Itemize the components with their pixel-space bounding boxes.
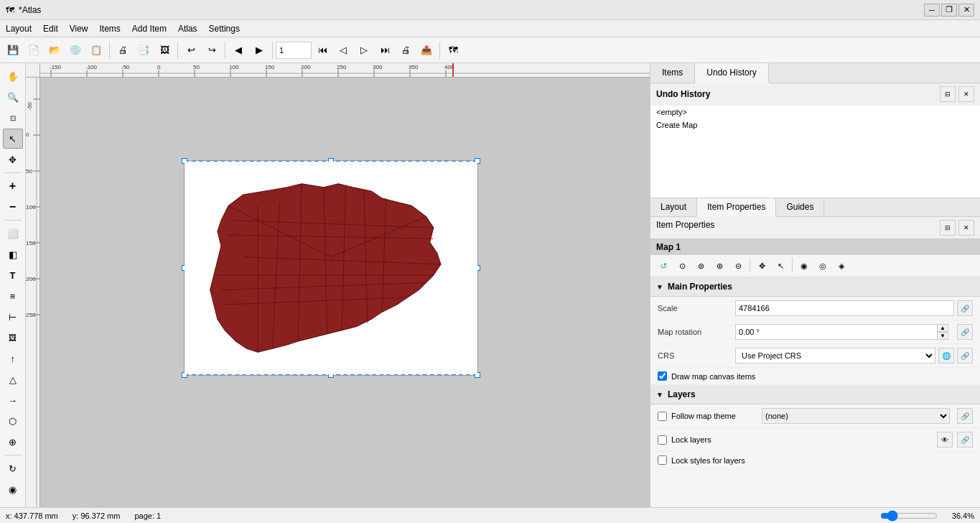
move-content-prop-button[interactable]: ✥ xyxy=(753,257,770,274)
next-page-button[interactable]: ▷ xyxy=(354,40,374,60)
print-button[interactable]: 🖨 xyxy=(113,40,133,60)
atlas-tool[interactable]: ◉ xyxy=(3,479,23,499)
undo-button[interactable]: ↩ xyxy=(181,40,201,60)
layers-header[interactable]: ▼ Layers xyxy=(650,385,980,404)
sync4-button[interactable]: ⊝ xyxy=(729,257,747,274)
add-label-tool[interactable]: T xyxy=(3,265,23,285)
zoom-out-tool[interactable]: − xyxy=(3,197,23,217)
add-north-tool[interactable]: ↑ xyxy=(3,348,23,369)
minimize-button[interactable]: ─ xyxy=(924,4,940,17)
scale-lock-button[interactable]: 🔗 xyxy=(957,300,973,316)
menu-atlas[interactable]: Atlas xyxy=(172,20,203,37)
page-input[interactable] xyxy=(276,42,312,59)
draw-canvas-row: Draw map canvas items xyxy=(650,368,980,385)
atlas2-button[interactable]: ◎ xyxy=(814,257,831,274)
last-page-button[interactable]: ⏭ xyxy=(375,40,395,60)
export2-button[interactable]: 📤 xyxy=(416,40,437,60)
menu-items[interactable]: Items xyxy=(94,20,126,37)
undo-close-button[interactable]: ✕ xyxy=(958,86,974,102)
save-as-button[interactable]: 💿 xyxy=(65,40,85,60)
select-prop-button[interactable]: ↖ xyxy=(772,257,789,274)
duplicate-button[interactable]: 📋 xyxy=(86,40,106,60)
new-layout-button[interactable]: 📄 xyxy=(24,40,44,60)
add-scalebar-tool[interactable]: ⊢ xyxy=(3,307,23,327)
select-tool[interactable]: ↖ xyxy=(3,129,23,149)
map-paper[interactable] xyxy=(184,160,478,376)
menu-layout[interactable]: Layout xyxy=(0,20,37,37)
save-button[interactable]: 💾 xyxy=(3,40,23,60)
item-props-controls: ⊟ ✕ xyxy=(940,220,974,236)
add-image-tool[interactable]: 🖼 xyxy=(3,328,23,348)
export-img-button[interactable]: 🖼 xyxy=(154,40,174,60)
follow-map-theme-checkbox[interactable] xyxy=(658,412,667,421)
atlas3-button[interactable]: ◈ xyxy=(833,257,850,274)
refresh-button[interactable]: ↺ xyxy=(655,257,672,274)
print2-button[interactable]: 🖨 xyxy=(396,40,416,60)
map-rotation-input[interactable] xyxy=(735,324,937,340)
lock-layers-checkbox[interactable] xyxy=(658,435,667,445)
layers-arrow: ▼ xyxy=(656,391,663,399)
restore-button[interactable]: ❐ xyxy=(941,4,957,17)
sync1-button[interactable]: ⊙ xyxy=(673,257,691,274)
lock-layers-lock[interactable]: 🔗 xyxy=(957,432,973,448)
zoom-slider[interactable] xyxy=(880,510,938,522)
sync3-button[interactable]: ⊛ xyxy=(711,257,728,274)
prev-page-button[interactable]: ◁ xyxy=(333,40,353,60)
tab-layout[interactable]: Layout xyxy=(650,198,697,216)
add-node-tool[interactable]: ⬡ xyxy=(3,411,23,431)
atlas1-button[interactable]: ◉ xyxy=(795,257,813,274)
follow-map-theme-lock[interactable]: 🔗 xyxy=(957,408,973,424)
scale-input[interactable] xyxy=(735,300,954,316)
undo-item-create-map[interactable]: Create Map xyxy=(650,119,980,131)
tab-undo-history[interactable]: Undo History xyxy=(695,63,768,83)
tab-items[interactable]: Items xyxy=(650,63,695,83)
pan-right-button[interactable]: ▶ xyxy=(249,40,269,60)
item-props-detach[interactable]: ⊟ xyxy=(940,220,956,236)
menu-edit[interactable]: Edit xyxy=(37,20,64,37)
atlas-button[interactable]: 🗺 xyxy=(443,40,463,60)
crs-update-button[interactable]: 🌐 xyxy=(938,348,954,364)
first-page-button[interactable]: ⏮ xyxy=(312,40,332,60)
tab-item-properties[interactable]: Item Properties xyxy=(697,198,776,217)
open-button[interactable]: 📂 xyxy=(45,40,65,60)
close-button[interactable]: ✕ xyxy=(958,4,974,17)
main-area: ✋ 🔍 ⊡ ↖ ✥ + − ⬜ ◧ T ≡ ⊢ 🖼 ↑ △ → ⬡ ⊕ ↻ ◉ xyxy=(0,63,980,507)
map-rotation-up[interactable]: ▲ xyxy=(937,324,948,332)
main-properties-header[interactable]: ▼ Main Properties xyxy=(650,277,980,297)
add-shape-tool[interactable]: △ xyxy=(3,369,23,389)
add-html-tool[interactable]: ⊕ xyxy=(3,432,23,452)
lock-styles-checkbox[interactable] xyxy=(658,455,667,465)
pan-left-button[interactable]: ◀ xyxy=(228,40,248,60)
menu-add-item[interactable]: Add Item xyxy=(126,20,172,37)
canvas-area[interactable]: -150 -100 -50 0 50 100 150 200 250 300 3… xyxy=(26,63,650,507)
menu-settings[interactable]: Settings xyxy=(203,20,246,37)
zoom-extent-tool[interactable]: ⊡ xyxy=(3,108,23,128)
move-content-tool[interactable]: ✥ xyxy=(3,149,23,170)
lock-layers-view[interactable]: 👁 xyxy=(937,432,953,448)
undo-detach-button[interactable]: ⊟ xyxy=(940,86,956,102)
map-rotation-lock[interactable]: 🔗 xyxy=(957,324,973,340)
draw-canvas-checkbox[interactable] xyxy=(658,371,667,381)
follow-map-theme-select[interactable]: (none) xyxy=(762,408,950,424)
add-3dmap-tool[interactable]: ◧ xyxy=(3,244,23,264)
rotate-tool[interactable]: ↻ xyxy=(3,458,23,478)
zoom-tool[interactable]: 🔍 xyxy=(3,87,23,107)
item-props-close[interactable]: ✕ xyxy=(958,220,974,236)
canvas-inner[interactable] xyxy=(40,78,650,507)
crs-select[interactable]: Use Project CRS xyxy=(735,348,935,364)
menu-view[interactable]: View xyxy=(64,20,94,37)
add-legend-tool[interactable]: ≡ xyxy=(3,286,23,306)
sync2-button[interactable]: ⊚ xyxy=(692,257,709,274)
zoom-in-tool[interactable]: + xyxy=(3,176,23,196)
add-arrow-tool[interactable]: → xyxy=(3,390,23,410)
map-rotation-down[interactable]: ▼ xyxy=(937,332,948,340)
undo-item-empty[interactable]: <empty> xyxy=(650,106,980,119)
crs-lock-button[interactable]: 🔗 xyxy=(957,348,973,364)
add-map-tool[interactable]: ⬜ xyxy=(3,223,23,244)
export-pdf-button[interactable]: 📑 xyxy=(134,40,154,60)
tab-guides[interactable]: Guides xyxy=(776,198,824,216)
svg-text:200: 200 xyxy=(301,64,311,70)
crs-row: CRS Use Project CRS 🌐 🔗 xyxy=(650,344,980,368)
pan-tool[interactable]: ✋ xyxy=(3,66,23,86)
redo-button[interactable]: ↪ xyxy=(202,40,222,60)
